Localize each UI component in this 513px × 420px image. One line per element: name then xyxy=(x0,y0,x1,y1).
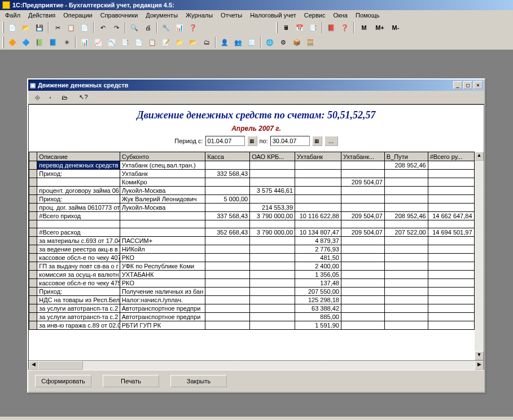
cell[interactable]: ГП за выдачу повт св-ва о г xyxy=(37,262,120,271)
menu-windows[interactable]: Окна xyxy=(329,11,352,20)
cell[interactable] xyxy=(120,228,205,237)
cell[interactable] xyxy=(341,304,385,313)
cell[interactable] xyxy=(384,254,428,262)
cell[interactable]: НДС на товары из Респ.Бел xyxy=(37,296,120,304)
table-row[interactable]: процент. договору займа 06Лукойл-Москва3… xyxy=(29,187,484,195)
generate-button[interactable]: Сформировать xyxy=(35,375,91,387)
cell[interactable] xyxy=(341,279,385,288)
t2-icon[interactable]: 📘 xyxy=(47,36,59,48)
cell[interactable]: #Всего расход xyxy=(37,228,120,237)
row-marker[interactable] xyxy=(29,187,37,195)
cell[interactable] xyxy=(295,161,341,170)
calendar-to-icon[interactable]: ▦ xyxy=(312,136,322,146)
grip-icon[interactable] xyxy=(2,37,4,48)
cell[interactable] xyxy=(428,254,474,262)
cell[interactable]: кассовое обсл-е по чеку 407 xyxy=(37,254,120,262)
t2-icon[interactable]: 📉 xyxy=(106,36,118,48)
cell[interactable]: УФК по Республике Коми xyxy=(120,262,205,271)
minimize-button[interactable]: _ xyxy=(453,81,462,89)
m-button[interactable]: M xyxy=(357,21,371,34)
cell[interactable] xyxy=(428,262,474,271)
t2-icon[interactable]: 📊 xyxy=(78,36,91,48)
cell[interactable] xyxy=(295,187,341,195)
menu-operations[interactable]: Операции xyxy=(59,11,96,20)
cell[interactable]: Приход: xyxy=(37,288,120,296)
cell[interactable] xyxy=(250,321,295,330)
cell[interactable] xyxy=(428,161,474,170)
cell[interactable]: 14 694 501,97 xyxy=(428,228,474,237)
row-marker[interactable] xyxy=(29,304,37,313)
table-row[interactable]: КомиКро209 504,07 xyxy=(29,178,484,187)
table-row[interactable]: за ведение реестра акц-в вНИКойл2 776,93 xyxy=(29,245,484,254)
table-row[interactable] xyxy=(29,220,484,228)
cell[interactable] xyxy=(428,279,474,288)
cell[interactable] xyxy=(428,271,474,279)
cell[interactable] xyxy=(205,187,250,195)
cell[interactable]: 14 662 647,84 xyxy=(428,212,474,220)
row-marker[interactable] xyxy=(29,212,37,220)
row-marker[interactable] xyxy=(29,228,37,237)
cell[interactable]: 337 568,43 xyxy=(205,212,250,220)
cell[interactable] xyxy=(250,245,295,254)
new-icon[interactable]: 📄 xyxy=(6,21,19,34)
t2-icon[interactable]: 🔶 xyxy=(6,36,19,48)
scroll-down-icon[interactable]: ▼ xyxy=(475,351,484,360)
row-marker[interactable] xyxy=(29,220,37,228)
table-row[interactable]: комиссия за осущ-я валютнУХТАБАНК1 356,0… xyxy=(29,271,484,279)
cell[interactable]: 1 356,05 xyxy=(295,271,341,279)
menu-help[interactable]: Помощь xyxy=(352,11,384,20)
cell[interactable]: 3 790 000,00 xyxy=(250,212,295,220)
t2-icon[interactable]: 👤 xyxy=(218,36,231,48)
menu-actions[interactable]: Действия xyxy=(24,11,59,20)
cell[interactable] xyxy=(341,321,385,330)
row-marker[interactable] xyxy=(29,279,37,288)
cell[interactable] xyxy=(205,254,250,262)
t2-icon[interactable]: 👥 xyxy=(232,36,244,48)
cell[interactable]: РКО xyxy=(120,279,205,288)
row-marker[interactable] xyxy=(29,296,37,304)
t2-icon[interactable]: 📑 xyxy=(119,36,131,48)
cell[interactable]: за материалы с.693 от 17.04 xyxy=(37,237,120,245)
t2-icon[interactable]: 📂 xyxy=(187,36,199,48)
cell[interactable] xyxy=(384,178,428,187)
cell[interactable] xyxy=(341,254,385,262)
cell[interactable] xyxy=(428,296,474,304)
cell[interactable]: 3 790 000,00 xyxy=(250,228,295,237)
cell[interactable] xyxy=(250,170,295,178)
cell[interactable] xyxy=(205,304,250,313)
table-row[interactable]: кассовое обсл-е по чеку 475РКО137,48 xyxy=(29,279,484,288)
undo-icon[interactable]: ↶ xyxy=(97,21,109,34)
col-uhtabank2[interactable]: Ухтабанк... xyxy=(341,152,385,161)
cell[interactable]: РКО xyxy=(120,254,205,262)
cell[interactable] xyxy=(250,195,295,204)
table-row[interactable]: #Всего приход337 568,433 790 000,0010 11… xyxy=(29,212,484,220)
open-icon[interactable]: 📂 xyxy=(20,21,32,34)
cell[interactable] xyxy=(295,220,341,228)
cell[interactable] xyxy=(341,195,385,204)
tree-collapse-icon[interactable]: 🞜 xyxy=(32,92,43,103)
t2-icon[interactable]: 🔷 xyxy=(20,36,32,48)
cell[interactable]: Автотранспортное предпри xyxy=(120,304,205,313)
cut-icon[interactable]: ✂ xyxy=(51,21,64,34)
cell[interactable]: Лукойл-Москва xyxy=(120,204,205,212)
col-subconto[interactable]: Субконто xyxy=(120,152,205,161)
child-titlebar[interactable]: ▣ Движение денежных средств _ □ × xyxy=(28,79,484,91)
cell[interactable]: 4 879,37 xyxy=(295,237,341,245)
t2-icon[interactable]: 📄 xyxy=(133,36,145,48)
book-icon[interactable]: 📕 xyxy=(325,21,337,34)
cell[interactable] xyxy=(205,178,250,187)
table-row[interactable]: кассовое обсл-е по чеку 407РКО481,50 xyxy=(29,254,484,262)
cell[interactable] xyxy=(37,220,120,228)
table-row[interactable]: за услуги автотрансп-та с.2Автотранспорт… xyxy=(29,304,484,313)
cell[interactable]: Автотранспортное предпри xyxy=(120,313,205,321)
cell[interactable] xyxy=(384,262,428,271)
cell[interactable] xyxy=(428,170,474,178)
cell[interactable] xyxy=(428,204,474,212)
cell[interactable] xyxy=(295,170,341,178)
cell[interactable]: 332 568,43 xyxy=(205,170,250,178)
row-marker[interactable] xyxy=(29,170,37,178)
cell[interactable] xyxy=(341,237,385,245)
cell[interactable] xyxy=(205,313,250,321)
print-icon[interactable]: 🖨 xyxy=(142,21,154,34)
cell[interactable] xyxy=(205,279,250,288)
